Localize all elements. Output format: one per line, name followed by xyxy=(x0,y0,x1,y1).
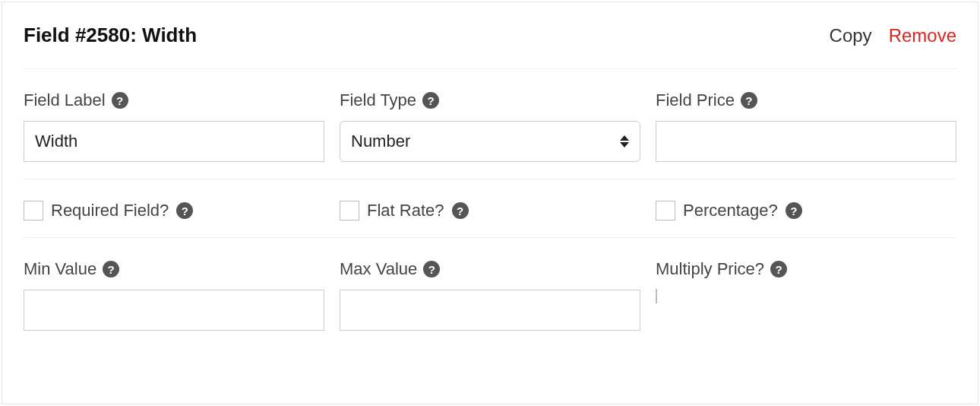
flat-rate-checkbox[interactable] xyxy=(340,201,359,220)
label-line: Field Price ? xyxy=(656,90,956,110)
col-percentage: Percentage? ? xyxy=(656,201,956,220)
label-line: Max Value ? xyxy=(340,259,640,279)
check-line: Required Field? ? xyxy=(24,201,324,220)
help-icon[interactable]: ? xyxy=(741,92,757,109)
row-value-options: Min Value ? Max Value ? Multiply Price? … xyxy=(24,238,956,347)
help-icon[interactable]: ? xyxy=(786,202,802,219)
field-type-label: Field Type xyxy=(340,90,416,110)
panel-title: Field #2580: Width xyxy=(24,24,197,47)
help-icon[interactable]: ? xyxy=(422,92,439,109)
required-label: Required Field? xyxy=(51,201,169,220)
percentage-label: Percentage? xyxy=(683,201,778,220)
copy-button[interactable]: Copy xyxy=(830,25,872,46)
field-price-input[interactable] xyxy=(656,121,956,162)
help-icon[interactable]: ? xyxy=(770,261,787,278)
row-checkbox-options: Required Field? ? Flat Rate? ? Percentag… xyxy=(24,179,956,238)
label-line: Multiply Price? ? xyxy=(656,259,956,279)
check-line: Percentage? ? xyxy=(656,201,956,220)
field-panel: Field #2580: Width Copy Remove Field Lab… xyxy=(2,2,978,404)
multiply-price-label: Multiply Price? xyxy=(656,259,764,279)
col-min-value: Min Value ? xyxy=(24,259,324,331)
check-line: Flat Rate? ? xyxy=(340,201,640,220)
field-type-select[interactable]: Number xyxy=(340,121,640,162)
select-arrows-icon xyxy=(620,135,629,147)
row-field-basics: Field Label ? Field Type ? Number Field … xyxy=(24,69,956,179)
min-value-input[interactable] xyxy=(24,290,324,331)
panel-header: Field #2580: Width Copy Remove xyxy=(24,2,956,69)
help-icon[interactable]: ? xyxy=(103,261,119,278)
field-label-label: Field Label xyxy=(24,90,106,110)
remove-button[interactable]: Remove xyxy=(889,25,956,46)
label-line: Field Label ? xyxy=(24,90,324,110)
col-field-price: Field Price ? xyxy=(656,90,956,162)
percentage-checkbox[interactable] xyxy=(656,201,675,220)
label-line: Field Type ? xyxy=(340,90,640,110)
label-line: Min Value ? xyxy=(24,259,324,279)
field-type-value: Number xyxy=(351,132,410,151)
header-actions: Copy Remove xyxy=(830,25,956,46)
col-multiply-price: Multiply Price? ? xyxy=(656,259,956,331)
col-field-label: Field Label ? xyxy=(24,90,324,162)
field-label-input[interactable] xyxy=(24,121,324,162)
col-flat-rate: Flat Rate? ? xyxy=(340,201,640,220)
min-value-label: Min Value xyxy=(24,259,96,279)
col-required: Required Field? ? xyxy=(24,201,324,220)
flat-rate-label: Flat Rate? xyxy=(367,201,444,220)
max-value-label: Max Value xyxy=(340,259,417,279)
max-value-input[interactable] xyxy=(340,290,640,331)
col-max-value: Max Value ? xyxy=(340,259,640,331)
multiply-price-checkbox[interactable] xyxy=(656,289,657,303)
field-price-label: Field Price xyxy=(656,90,735,110)
required-checkbox[interactable] xyxy=(24,201,43,220)
col-field-type: Field Type ? Number xyxy=(340,90,640,162)
help-icon[interactable]: ? xyxy=(112,92,128,109)
help-icon[interactable]: ? xyxy=(176,202,193,219)
help-icon[interactable]: ? xyxy=(423,261,440,278)
help-icon[interactable]: ? xyxy=(452,202,469,219)
